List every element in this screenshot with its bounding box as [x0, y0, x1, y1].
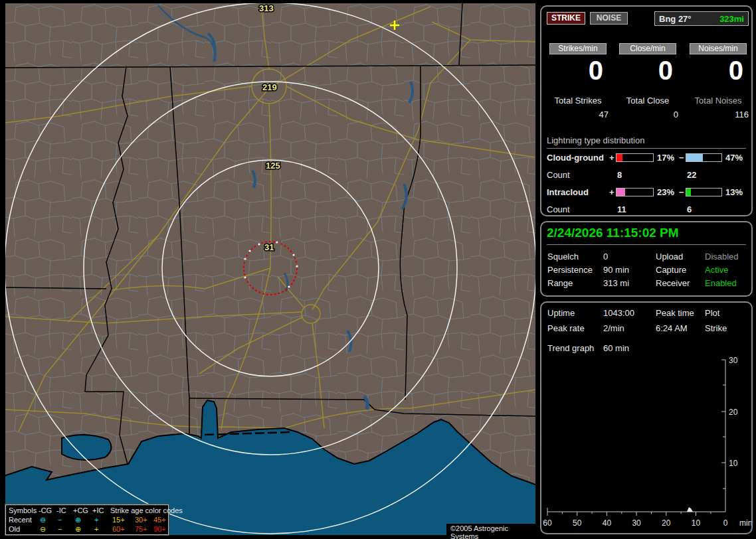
uptime-label: Uptime: [547, 308, 575, 318]
x-tick-40: 40: [603, 518, 612, 528]
intracloud-row: Intracloud + 23% − 13%: [541, 187, 751, 198]
cg-positive-count: 8: [617, 170, 622, 180]
peak-time-label: Peak time: [656, 308, 694, 318]
application-window: 313 219 125 31 Symbols -CG -IC +CG +IC S…: [0, 0, 756, 539]
old-pos-cg-icon: ⊕: [75, 525, 81, 534]
x-tick-20: 20: [662, 518, 671, 528]
map-graphic: 313 219 125 31: [5, 3, 535, 535]
x-tick-10: 10: [692, 518, 701, 528]
count-label: Count: [547, 204, 570, 214]
legend-col-pos-cg: +CG: [73, 506, 88, 514]
minus-sign: −: [679, 187, 684, 197]
recent-neg-cg-icon: ⊖: [40, 516, 46, 524]
ring-label-313: 313: [259, 3, 274, 13]
age-15-label: 15+: [112, 516, 125, 524]
x-tick-30: 30: [632, 518, 641, 528]
trend-y-labels: 30 20 10: [729, 356, 738, 468]
persistence-label: Persistence: [547, 265, 593, 275]
age-75-label: 75+: [135, 525, 147, 533]
legend-col-neg-cg: -CG: [39, 506, 52, 514]
total-strikes-value: 47: [545, 110, 611, 119]
age-30-label: 30+: [135, 516, 147, 524]
age-90-label: 90+: [153, 525, 166, 533]
distribution-header: Lightning type distribution: [547, 135, 746, 149]
legend-title: Symbols: [9, 506, 37, 514]
peak-time-value: 6:24 AM: [656, 323, 688, 333]
map-legend: Symbols -CG -IC +CG +IC Strike age color…: [5, 504, 169, 535]
age-45-label: 45+: [153, 516, 166, 524]
noise-mode-button[interactable]: NOISE: [590, 12, 628, 25]
minus-sign: −: [679, 153, 684, 163]
uptime-row: Uptime 1043:00 Peak time Plot: [541, 308, 751, 321]
squelch-value: 0: [603, 252, 608, 262]
trend-axes: [547, 360, 725, 516]
lake-pontchartrain: [62, 435, 111, 460]
x-tick-0: 0: [723, 518, 728, 528]
cloud-ground-row: Cloud-ground + 17% − 47%: [541, 153, 751, 164]
trend-x-labels: 60 50 40 30 20 10 0 min: [543, 518, 751, 528]
x-axis-unit: min: [739, 518, 751, 528]
legend-old-row: Old ⊖ − ⊕ + 60+ 75+ 90+: [6, 525, 168, 534]
status-row-range: Range 313 mi Receiver Enabled: [541, 278, 751, 291]
range-value: 313 mi: [603, 278, 629, 288]
recent-pos-cg-icon: ⊕: [75, 516, 81, 524]
ic-negative-pct: 13%: [725, 187, 743, 197]
ic-positive-pct: 23%: [657, 187, 674, 197]
capture-status: Active: [705, 265, 728, 275]
recent-neg-ic-icon: −: [58, 516, 62, 524]
ic-positive-bar: [616, 188, 654, 196]
strikes-counter-column: Strikes/min 0 Total Strikes 47: [545, 43, 611, 119]
legend-header-row: Symbols -CG -IC +CG +IC Strike age color…: [6, 506, 168, 516]
total-noises-label: Total Noises: [685, 96, 751, 106]
trend-spike: [687, 507, 693, 512]
ring-label-219: 219: [262, 82, 277, 92]
old-pos-ic-icon: +: [94, 525, 98, 533]
trend-panel: Uptime 1043:00 Peak time Plot Peak rate …: [540, 301, 753, 534]
plot-label: Plot: [705, 308, 719, 318]
close-per-min-button[interactable]: Close/min: [619, 43, 676, 54]
uptime-value: 1043:00: [603, 308, 634, 318]
y-tick-10: 10: [729, 459, 738, 468]
cg-positive-pct: 17%: [657, 153, 674, 163]
status-row-squelch: Squelch 0 Upload Disabled: [541, 252, 751, 265]
cloud-ground-label: Cloud-ground: [547, 153, 604, 163]
trend-graph-label: Trend graph: [547, 343, 594, 353]
noises-per-min-button[interactable]: Noises/min: [690, 43, 747, 54]
legend-recent-label: Recent: [9, 516, 32, 524]
cg-positive-bar: [616, 153, 654, 162]
cg-negative-bar: [686, 153, 722, 162]
map-canvas[interactable]: 313 219 125 31 Symbols -CG -IC +CG +IC S…: [5, 3, 535, 535]
trend-graph: 30 20 10 60 50 40 30 20 10 0 min: [541, 354, 751, 532]
ic-negative-bar: [686, 188, 722, 196]
datetime-display: 2/24/2026 11:15:02 PM: [547, 226, 746, 245]
old-neg-ic-icon: −: [58, 525, 62, 533]
close-rate-value: 0: [614, 56, 681, 85]
total-close-value: 0: [614, 110, 681, 119]
strikes-rate-value: 0: [545, 56, 611, 85]
bearing-value: Bng 27°: [659, 14, 692, 24]
cg-negative-count: 22: [687, 170, 696, 180]
strikes-per-min-button[interactable]: Strikes/min: [549, 43, 607, 54]
strike-mode-button[interactable]: STRIKE: [547, 12, 585, 25]
peak-rate-value: 2/min: [603, 323, 624, 333]
legend-col-neg-ic: -IC: [56, 506, 66, 514]
squelch-label: Squelch: [547, 252, 579, 262]
range-label: Range: [547, 278, 573, 288]
old-neg-cg-icon: ⊖: [40, 525, 46, 534]
trend-graph-window: 60 min: [603, 343, 629, 353]
age-60-label: 60+: [112, 525, 125, 533]
legend-age-title: Strike age color codes: [110, 506, 183, 514]
y-tick-20: 20: [729, 408, 738, 417]
upload-label: Upload: [656, 252, 683, 262]
x-tick-60: 60: [543, 518, 552, 528]
close-counter-column: Close/min 0 Total Close 0: [614, 43, 681, 119]
recent-pos-ic-icon: +: [94, 516, 98, 524]
plus-sign: +: [609, 153, 614, 163]
capture-label: Capture: [656, 265, 686, 275]
total-noises-value: 116: [685, 110, 751, 119]
peak-rate-row: Peak rate 2/min 6:24 AM Strike: [541, 323, 751, 337]
total-strikes-label: Total Strikes: [545, 96, 611, 106]
ic-negative-count: 6: [687, 204, 692, 214]
ring-label-125: 125: [266, 161, 280, 171]
peak-rate-label: Peak rate: [547, 323, 585, 333]
